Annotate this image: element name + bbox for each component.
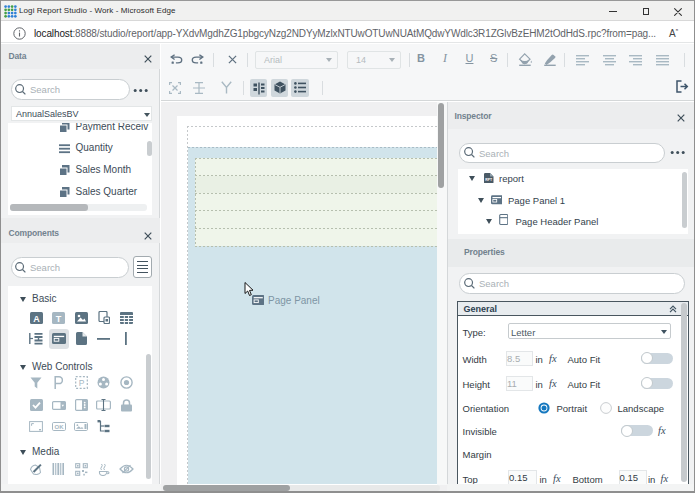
svg-text:OK: OK	[54, 424, 64, 430]
svg-text:T: T	[56, 313, 62, 323]
svg-text:A: A	[33, 313, 40, 323]
svg-text:P: P	[78, 378, 84, 388]
svg-text:RPT: RPT	[485, 178, 493, 182]
